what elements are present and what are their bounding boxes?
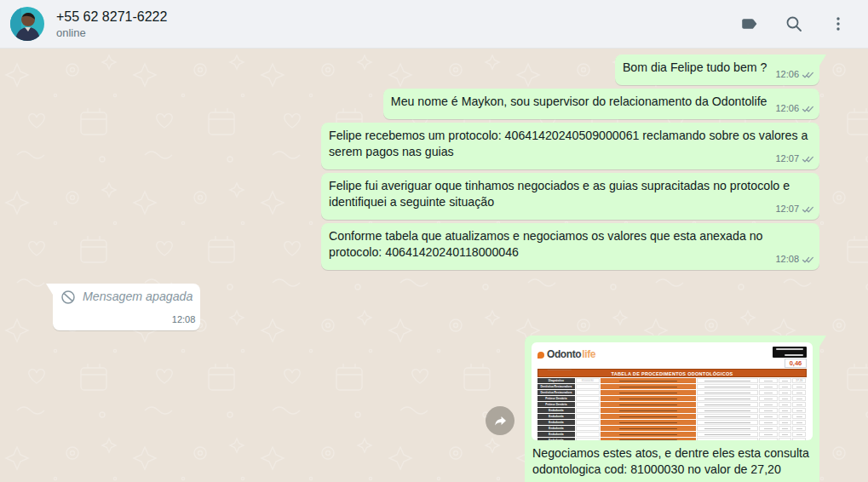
message-meta: 12:08 [775, 251, 814, 267]
deleted-message-bubble[interactable]: Mensagem apagada 12:08 [53, 284, 200, 330]
row-category: Endodontia [537, 408, 575, 413]
row-procedure [601, 420, 696, 425]
deleted-message-text: Mensagem apagada [83, 289, 193, 305]
menu-button[interactable] [822, 8, 854, 40]
attachment-image[interactable]: Odonto life ――――――― 0,46 TABELA DE PROCE… [532, 342, 813, 440]
whatsapp-chat-window: +55 62 8271-6222 online [0, 0, 868, 482]
label-icon [740, 14, 759, 33]
delivered-double-check-icon [802, 155, 814, 164]
row-description [697, 396, 758, 401]
odontolife-logo: Odonto life ――――――― [537, 347, 595, 377]
row-code [576, 426, 600, 431]
delivered-double-check-icon [802, 71, 814, 79]
search-icon [785, 14, 803, 33]
attachment-corner-badges: 0,46 [773, 347, 807, 368]
attachment-image-header: Odonto life ――――――― 0,46 [537, 347, 807, 369]
row-code [576, 402, 600, 407]
value-badge: 0,46 [785, 359, 807, 368]
delivered-double-check-icon [802, 205, 814, 214]
prohibited-icon [60, 290, 76, 305]
message-bubble-outgoing[interactable]: Conforme tabela que atualizamos e negoci… [321, 223, 819, 270]
row-code [576, 438, 600, 440]
table-row: Prótese Dentária [537, 402, 807, 407]
deleted-message-body: Mensagem apagada [60, 289, 194, 305]
row-category: Prótese Dentária [537, 396, 575, 401]
message-text: Conforme tabela que atualizamos e negoci… [329, 229, 763, 259]
image-message-row: Odonto life ――――――― 0,46 TABELA DE PROCE… [486, 336, 819, 482]
message-time: 12:06 [775, 66, 799, 83]
message-text: Bom dia Felipe tudo bem ? [623, 60, 767, 74]
table-row: Endodontia [537, 432, 807, 437]
row-code [576, 408, 600, 413]
message-bubble-outgoing[interactable]: Bom dia Felipe tudo bem ? 12:06 [615, 55, 819, 85]
row-procedure [601, 438, 696, 440]
row-code [576, 390, 600, 395]
row-description [697, 408, 758, 413]
row-code [576, 420, 600, 425]
table-row: Endodontia [537, 414, 807, 419]
logo-tagline: ――――――― [548, 361, 595, 377]
contact-name: +55 62 8271-6222 [56, 8, 733, 26]
table-row: Endodontia [537, 420, 807, 425]
row-category: Endodontia [537, 414, 575, 419]
search-button[interactable] [778, 8, 810, 40]
row-description [697, 438, 758, 440]
message-time: 12:06 [775, 100, 799, 117]
forward-arrow-icon [492, 413, 508, 428]
row-description [697, 432, 758, 437]
kebab-menu-icon [829, 14, 848, 33]
forward-button[interactable] [486, 406, 514, 435]
row-procedure [601, 414, 696, 419]
chat-header: +55 62 8271-6222 online [0, 0, 868, 49]
table-rows: Diagnóstico 81000030 27,20 Dentística Re… [537, 378, 807, 440]
message-text: Meu nome é Maykon, sou supervisor do rel… [391, 95, 767, 108]
row-procedure [601, 432, 696, 437]
row-category: Endodontia [537, 420, 575, 425]
row-code [576, 396, 600, 401]
row-procedure [601, 384, 696, 389]
contact-avatar[interactable] [10, 7, 44, 41]
logo-mark-icon [537, 352, 544, 359]
label-button[interactable] [733, 8, 766, 40]
message-meta: 12:07 [775, 201, 814, 217]
message-bubble-outgoing[interactable]: Felipe fui averiguar oque tinhamos negoc… [321, 173, 819, 220]
row-description [697, 384, 758, 389]
message-time: 12:08 [775, 251, 799, 267]
row-procedure [601, 402, 696, 407]
row-code: 81000030 [576, 378, 600, 383]
row-description [697, 402, 758, 407]
row-procedure [601, 378, 696, 383]
table-row: Prótese Dentária [537, 396, 807, 401]
message-meta: 12:06 [775, 100, 814, 117]
table-row: Endodontia [537, 426, 807, 431]
message-bubble-outgoing[interactable]: Felipe recebemos um protocolo: 406414202… [321, 123, 819, 169]
delivered-double-check-icon [802, 255, 814, 264]
row-description [697, 378, 758, 383]
message-text: Felipe recebemos um protocolo: 406414202… [329, 129, 808, 158]
header-actions [733, 8, 854, 40]
table-row: Endodontia [537, 408, 807, 413]
row-description [697, 420, 758, 425]
row-code [576, 384, 600, 389]
row-category: Prótese Dentária [537, 402, 575, 407]
chat-area: Bom dia Felipe tudo bem ? 12:06 Meu nome… [0, 49, 868, 482]
row-description [697, 414, 758, 419]
row-category: Endodontia [537, 438, 575, 440]
row-category: Dentística Restauradora [537, 384, 575, 389]
message-meta: 12:07 [775, 151, 814, 167]
delivered-double-check-icon [802, 105, 814, 113]
message-meta: 12:06 [775, 66, 814, 83]
message-list: Bom dia Felipe tudo bem ? 12:06 Meu nome… [0, 49, 868, 482]
contact-info[interactable]: +55 62 8271-6222 online [56, 8, 733, 41]
contact-status: online [56, 26, 733, 41]
table-row: Diagnóstico 81000030 27,20 [537, 378, 807, 383]
row-code [576, 414, 600, 419]
row-procedure [601, 390, 696, 395]
image-message-bubble[interactable]: Odonto life ――――――― 0,46 TABELA DE PROCE… [525, 336, 819, 482]
message-bubble-outgoing[interactable]: Meu nome é Maykon, sou supervisor do rel… [383, 89, 819, 119]
row-category: Dentística Restauradora [537, 390, 575, 395]
avatar-image [10, 7, 44, 41]
row-category: Diagnóstico [537, 378, 575, 383]
row-procedure [601, 408, 696, 413]
table-row: Endodontia [537, 438, 807, 440]
